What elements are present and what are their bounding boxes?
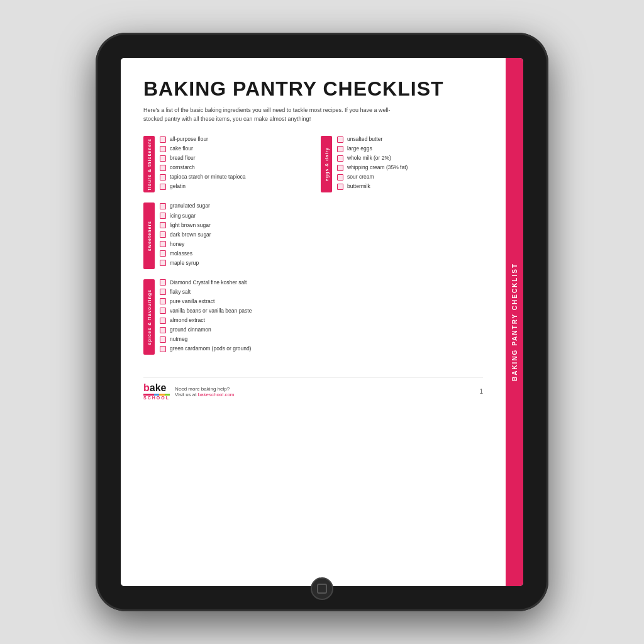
list-item: Diamond Crystal fine kosher salt <box>160 279 306 286</box>
checkbox[interactable] <box>337 136 343 143</box>
checkbox[interactable] <box>160 336 166 343</box>
checkbox[interactable] <box>337 165 343 171</box>
checkbox[interactable] <box>337 174 343 180</box>
checkbox[interactable] <box>160 222 166 228</box>
item-label: Diamond Crystal fine kosher salt <box>170 279 247 286</box>
logo-school: SCHOOL <box>143 396 170 400</box>
checkbox[interactable] <box>160 155 166 162</box>
footer-line1: Need more baking help? <box>175 386 235 392</box>
checkbox[interactable] <box>160 289 166 295</box>
item-label: light brown sugar <box>170 222 211 229</box>
section-sweeteners: sweeteners granulated sugar icing sugar … <box>143 203 306 269</box>
footer-text: Need more baking help? Visit us at bakes… <box>175 386 235 397</box>
list-item: almond extract <box>160 317 306 324</box>
item-label: almond extract <box>170 317 205 324</box>
document-content: BAKING PANTRY CHECKLIST Here's a list of… <box>121 58 506 586</box>
list-item: gelatin <box>160 183 306 190</box>
checkbox[interactable] <box>160 184 166 190</box>
logo-ake: ake <box>150 382 167 393</box>
list-item: whipping cream (35% fat) <box>337 164 483 171</box>
tablet-device: BAKING PANTRY CHECKLIST Here's a list of… <box>96 33 548 611</box>
section-eggs: eggs & dairy unsalted butter large eggs … <box>321 136 483 192</box>
footer-link[interactable]: bakeschool.com <box>198 392 235 397</box>
checkbox[interactable] <box>337 155 343 162</box>
list-item: cornstarch <box>160 164 306 171</box>
item-label: cornstarch <box>170 164 195 171</box>
checkbox[interactable] <box>160 298 166 304</box>
item-label: icing sugar <box>170 213 196 219</box>
list-item: green cardamom (pods or ground) <box>160 345 306 352</box>
item-label: unsalted butter <box>347 136 382 143</box>
item-label: sour cream <box>347 174 374 180</box>
item-label: maple syrup <box>170 260 199 267</box>
section-eggs-items: unsalted butter large eggs whole milk (o… <box>337 136 483 192</box>
section-sweeteners-label: sweeteners <box>147 221 152 251</box>
list-item: molasses <box>160 250 306 257</box>
checklist-grid: flours & thickeners all-purpose flour ca… <box>143 136 483 365</box>
item-label: cake flour <box>170 145 193 152</box>
item-label: gelatin <box>170 183 186 190</box>
item-label: buttermilk <box>347 183 370 190</box>
list-item: tapioca starch or minute tapioca <box>160 174 306 180</box>
item-label: large eggs <box>347 145 372 152</box>
item-label: pure vanilla extract <box>170 298 214 305</box>
list-item: flaky salt <box>160 289 306 296</box>
list-item: large eggs <box>337 145 483 152</box>
checkbox[interactable] <box>337 146 343 152</box>
checkbox[interactable] <box>160 250 166 257</box>
checkbox[interactable] <box>160 203 166 209</box>
checkbox[interactable] <box>160 327 166 333</box>
section-spices-bar: spices & flavourings <box>143 279 155 355</box>
list-item: dark brown sugar <box>160 231 306 238</box>
checkbox[interactable] <box>160 231 166 238</box>
list-item: nutmeg <box>160 336 306 343</box>
page-number: 1 <box>479 388 483 395</box>
item-label: bread flour <box>170 155 196 162</box>
item-label: tapioca starch or minute tapioca <box>170 174 245 180</box>
section-flours: flours & thickeners all-purpose flour ca… <box>143 136 306 192</box>
checkbox[interactable] <box>337 184 343 190</box>
checkbox[interactable] <box>160 146 166 152</box>
item-label: molasses <box>170 250 192 257</box>
section-sweeteners-bar: sweeteners <box>143 203 155 269</box>
footer-line2: Visit us at bakeschool.com <box>175 392 235 397</box>
checkbox[interactable] <box>160 136 166 143</box>
checkbox[interactable] <box>160 174 166 180</box>
section-sweeteners-items: granulated sugar icing sugar light brown… <box>160 203 306 269</box>
item-label: ground cinnamon <box>170 326 211 333</box>
tablet-home-button[interactable] <box>311 577 333 600</box>
list-item: ground cinnamon <box>160 326 306 333</box>
checkbox[interactable] <box>160 241 166 247</box>
checkbox[interactable] <box>160 260 166 266</box>
item-label: granulated sugar <box>170 203 210 209</box>
checkbox[interactable] <box>160 279 166 286</box>
section-flours-items: all-purpose flour cake flour bread flour… <box>160 136 306 192</box>
section-spices-label: spices & flavourings <box>147 289 152 345</box>
section-eggs-bar: eggs & dairy <box>321 136 332 192</box>
list-item: granulated sugar <box>160 203 306 209</box>
checkbox[interactable] <box>160 308 166 314</box>
checkbox[interactable] <box>160 318 166 324</box>
list-item: buttermilk <box>337 183 483 190</box>
footer-visit-text: Visit us at <box>175 392 198 397</box>
logo: bake SCHOOL <box>143 383 170 400</box>
checkbox[interactable] <box>160 213 166 219</box>
list-item: icing sugar <box>160 213 306 219</box>
checkbox[interactable] <box>160 346 166 352</box>
document-subtitle: Here's a list of the basic baking ingred… <box>143 106 408 123</box>
list-item: pure vanilla extract <box>160 298 306 305</box>
list-item: bread flour <box>160 155 306 162</box>
list-item: honey <box>160 241 306 248</box>
list-item: whole milk (or 2%) <box>337 155 483 162</box>
section-eggs-label: eggs & dairy <box>325 147 329 181</box>
list-item: unsalted butter <box>337 136 483 143</box>
item-label: all-purpose flour <box>170 136 208 143</box>
section-spices: spices & flavourings Diamond Crystal fin… <box>143 279 306 355</box>
item-label: dark brown sugar <box>170 231 211 238</box>
list-item: all-purpose flour <box>160 136 306 143</box>
checkbox[interactable] <box>160 165 166 171</box>
list-item: maple syrup <box>160 260 306 267</box>
logo-b: b <box>143 382 150 393</box>
section-flours-label: flours & thickeners <box>147 138 152 190</box>
item-label: vanilla beans or vanilla bean paste <box>170 308 252 314</box>
